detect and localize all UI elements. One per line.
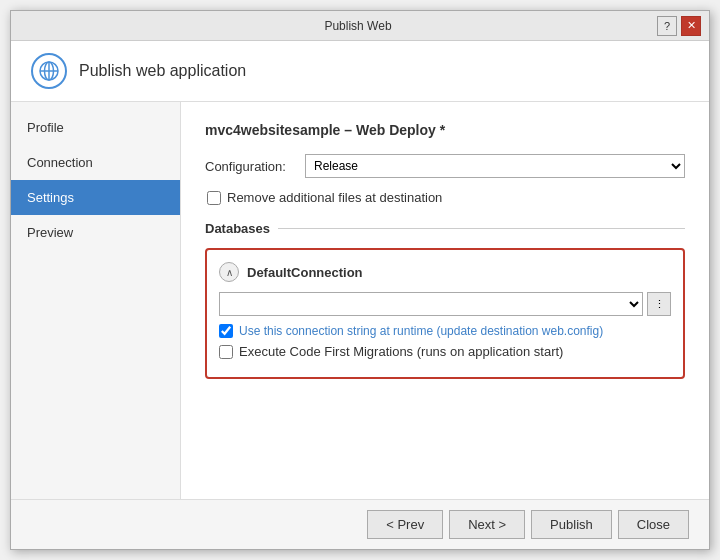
db-group-header: ∧ DefaultConnection xyxy=(219,262,671,282)
db-browse-button[interactable]: ⋮ xyxy=(647,292,671,316)
config-select[interactable]: Release xyxy=(305,154,685,178)
databases-title: Databases xyxy=(205,221,685,236)
config-row: Configuration: Release xyxy=(205,154,685,178)
sidebar-item-connection[interactable]: Connection xyxy=(11,145,180,180)
publish-button[interactable]: Publish xyxy=(531,510,612,539)
db-connection-string-input[interactable] xyxy=(219,292,643,316)
header-area: Publish web application xyxy=(11,41,709,102)
use-connection-string-label: Use this connection string at runtime (u… xyxy=(239,324,603,338)
footer: < Prev Next > Publish Close xyxy=(11,499,709,549)
sidebar-item-settings[interactable]: Settings xyxy=(11,180,180,215)
close-button[interactable]: Close xyxy=(618,510,689,539)
publish-web-dialog: Publish Web ? ✕ Publish web application … xyxy=(10,10,710,550)
config-label: Configuration: xyxy=(205,159,295,174)
main-panel: mvc4websitesample – Web Deploy * Configu… xyxy=(181,102,709,499)
section-title: mvc4websitesample – Web Deploy * xyxy=(205,122,685,138)
remove-files-row: Remove additional files at destination xyxy=(207,190,685,205)
sidebar-item-profile[interactable]: Profile xyxy=(11,110,180,145)
sidebar: Profile Connection Settings Preview xyxy=(11,102,181,499)
help-button[interactable]: ? xyxy=(657,16,677,36)
next-button[interactable]: Next > xyxy=(449,510,525,539)
databases-section: Databases ∧ DefaultConnection ⋮ xyxy=(205,221,685,379)
execute-migrations-checkbox[interactable] xyxy=(219,345,233,359)
execute-migrations-label: Execute Code First Migrations (runs on a… xyxy=(239,344,563,359)
title-bar-buttons: ? ✕ xyxy=(657,16,701,36)
db-group: ∧ DefaultConnection ⋮ Use this connectio… xyxy=(205,248,685,379)
db-name: DefaultConnection xyxy=(247,265,363,280)
globe-icon xyxy=(31,53,67,89)
close-title-button[interactable]: ✕ xyxy=(681,16,701,36)
db-input-row: ⋮ xyxy=(219,292,671,316)
db-collapse-button[interactable]: ∧ xyxy=(219,262,239,282)
remove-files-checkbox[interactable] xyxy=(207,191,221,205)
execute-migrations-row: Execute Code First Migrations (runs on a… xyxy=(219,344,671,359)
remove-files-label: Remove additional files at destination xyxy=(227,190,442,205)
content-area: Profile Connection Settings Preview mvc4… xyxy=(11,102,709,499)
title-bar: Publish Web ? ✕ xyxy=(11,11,709,41)
sidebar-item-preview[interactable]: Preview xyxy=(11,215,180,250)
use-connection-string-checkbox[interactable] xyxy=(219,324,233,338)
header-title: Publish web application xyxy=(79,62,246,80)
dialog-title: Publish Web xyxy=(59,19,657,33)
use-connection-string-row: Use this connection string at runtime (u… xyxy=(219,324,671,338)
prev-button[interactable]: < Prev xyxy=(367,510,443,539)
